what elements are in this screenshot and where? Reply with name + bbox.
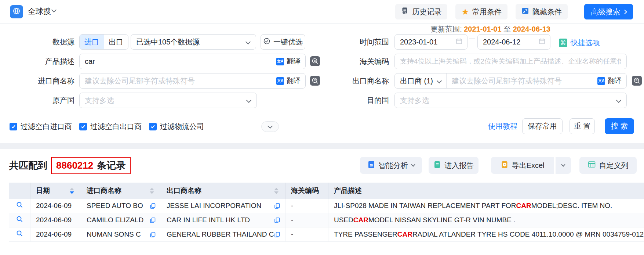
custom-columns-button[interactable]: 自定义列 [579,157,637,174]
chevron-down-icon [411,162,415,166]
dest-country-select[interactable]: 支持多选 [394,93,627,108]
header-exporter[interactable]: 出口商名称 [161,183,285,199]
origin-country-select[interactable]: 支持多选 [79,93,257,108]
copy-icon[interactable] [150,217,156,223]
copy-icon[interactable] [274,203,280,209]
importer-cell: CAMILO ELIZALD [81,213,161,227]
table-row: 2024-06-09 NUMAN SONS C GENERAL RUBBER T… [9,227,644,242]
header-importer[interactable]: 进口商名称 [81,183,161,199]
exact-match-search-icon[interactable] [632,76,642,86]
translate-button[interactable]: 文A 翻译 [276,57,305,66]
enter-report-button[interactable]: 进入报告 [429,157,479,174]
advanced-search-button[interactable]: 高级搜索 [584,4,633,19]
translate-button[interactable]: 文A 翻译 [276,76,305,86]
smart-analysis-button[interactable]: BI 智能分析 [360,157,422,174]
chevron-down-icon [561,162,565,166]
translate-label: 翻译 [608,76,622,86]
one-click-optimize-button[interactable]: 一键优选 [261,34,305,50]
time-range-label: 时间范围 [330,34,389,50]
header-date[interactable]: 日期 [30,183,81,199]
section-divider [0,143,644,149]
tutorial-link[interactable]: 使用教程 [488,118,517,134]
filter-blank-exporter-checkbox[interactable]: 过滤空白出口商 [79,122,142,132]
export-tab[interactable]: 出口 [104,35,128,49]
date-cell: 2024-06-09 [30,199,81,213]
copy-icon[interactable] [274,217,280,223]
product-desc-input[interactable] [80,54,276,69]
hs-code-cell: - [285,213,328,227]
copy-icon[interactable] [274,231,280,238]
filter-blank-exporter-label: 过滤空白出口商 [90,122,142,132]
calendar-icon [538,37,546,46]
detail-cell [9,199,30,213]
data-source-select[interactable]: 已选中105个数据源 [131,34,256,50]
exporter-name-label: 出口商名称 [330,73,389,89]
enter-report-label: 进入报告 [444,161,474,170]
copy-icon[interactable] [150,231,156,238]
date-end-value: 2024-06-12 [478,38,520,46]
sort-icon-importer[interactable] [150,188,154,194]
export-doc-icon [501,161,508,170]
bi-chart-icon: BI [368,161,375,170]
chevron-down-icon [616,98,621,103]
table-row: 2024-06-09 CAMILO ELIZALD CAR IN LIFE IN… [9,213,644,227]
topbar-actions: 历史记录 ★ 常用条件 隐藏条件 高级搜索 [395,4,633,19]
app-switch-chevron-down-icon[interactable] [51,7,57,12]
history-button[interactable]: 历史记录 [395,4,447,19]
filter-logistics-label: 过滤物流公司 [160,122,204,132]
date-cell: 2024-06-09 [30,213,81,227]
exporter-name-field: 出口商 (1) 文A 翻译 [394,73,627,89]
exporter-name-input[interactable] [447,73,597,88]
exporter-type-select[interactable]: 出口商 (1) [395,73,447,88]
export-options-chevron-button[interactable] [555,157,571,174]
search-magnifier-icon[interactable] [16,230,23,239]
checkbox-checked-icon [149,123,157,130]
translate-button[interactable]: 文A 翻译 [597,76,626,86]
import-tab[interactable]: 进口 [80,35,104,49]
search-magnifier-icon[interactable] [16,201,23,210]
exact-match-search-icon[interactable] [310,76,320,86]
filter-logistics-checkbox[interactable]: 过滤物流公司 [149,122,204,132]
translate-icon: 文A [276,77,284,85]
importer-cell: SPEED AUTO BO [81,199,161,213]
date-end-input[interactable]: 2024-06-12 [477,34,550,50]
importer-cell: NUMAN SONS C [81,227,161,241]
smart-analysis-label: 智能分析 [379,161,408,170]
sort-icon-date[interactable] [70,188,74,194]
translate-icon: 文A [276,58,284,65]
calendar-icon [455,37,463,46]
copy-icon[interactable] [150,203,156,209]
one-click-optimize-label: 一键优选 [273,37,303,47]
data-source-selected-text: 已选中105个数据源 [131,37,200,47]
save-common-button[interactable]: 保存常用 [522,118,563,134]
reset-button[interactable]: 重 置 [570,118,595,134]
update-range: 更新范围: 2021-01-01 至 2024-06-13 [430,24,550,34]
exporter-type-value: 出口商 (1) [400,76,433,86]
hide-conditions-button[interactable]: 隐藏条件 [516,4,568,19]
date-start-input[interactable]: 2023-01-01 [394,34,467,50]
export-excel-button[interactable]: 导出Excel [491,157,554,174]
filter-blank-importer-checkbox[interactable]: 过滤空白进口商 [10,122,72,132]
match-count-suffix: 条记录 [97,159,125,172]
importer-name-input[interactable] [80,73,276,88]
search-magnifier-icon[interactable] [16,216,23,225]
checkbox-checked-icon [10,123,17,130]
header-detail-column [9,183,30,199]
chevron-down-icon [437,78,442,83]
favorites-label: 常用条件 [472,7,502,17]
quick-options-button[interactable]: ⌘ 快捷选项 [559,38,600,48]
exact-match-search-icon[interactable] [310,56,320,66]
chevron-right-icon [622,10,627,14]
svg-text:BI: BI [370,163,373,167]
importer-name-field: 文A 翻译 [79,73,306,89]
sort-icon-exporter[interactable] [274,188,279,194]
hs-code-input[interactable] [395,54,626,69]
date-separator [469,39,475,39]
favorites-button[interactable]: ★ 常用条件 [455,4,507,19]
search-button[interactable]: 搜 索 [605,118,634,134]
report-notebook-icon [433,161,441,170]
hs-code-cell: - [285,227,328,241]
collapse-form-button[interactable] [261,121,279,132]
highlighted-keyword: CAR [516,202,531,210]
hs-code-label: 海关编码 [330,54,389,69]
